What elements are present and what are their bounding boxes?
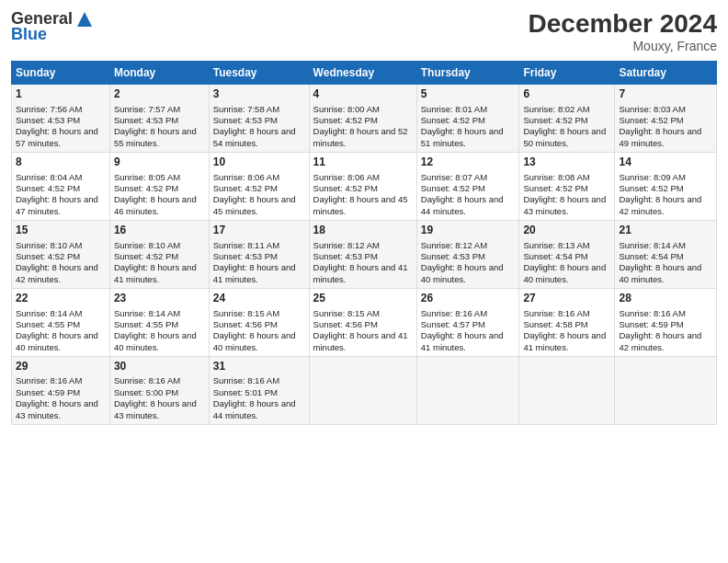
month-title: December 2024 [529, 9, 717, 39]
sunset-text: Sunset: 4:52 PM [619, 183, 712, 194]
calendar-cell: 29Sunrise: 8:16 AMSunset: 4:59 PMDayligh… [12, 356, 110, 424]
daylight-text: Daylight: 8 hours and 41 minutes. [313, 330, 413, 353]
calendar-cell: 23Sunrise: 8:14 AMSunset: 4:55 PMDayligh… [109, 288, 209, 356]
sunset-text: Sunset: 4:53 PM [421, 251, 516, 262]
calendar-cell: 6Sunrise: 8:02 AMSunset: 4:52 PMDaylight… [519, 85, 615, 153]
day-number: 13 [523, 155, 610, 170]
day-number: 15 [16, 224, 106, 238]
sunset-text: Sunset: 4:52 PM [114, 251, 205, 262]
daylight-text: Daylight: 8 hours and 44 minutes. [213, 398, 305, 421]
day-number: 18 [313, 224, 413, 238]
calendar-week-3: 15Sunrise: 8:10 AMSunset: 4:52 PMDayligh… [12, 220, 717, 288]
daylight-text: Daylight: 8 hours and 41 minutes. [313, 262, 413, 285]
daylight-text: Daylight: 8 hours and 40 minutes. [114, 330, 205, 353]
calendar-cell: 22Sunrise: 8:14 AMSunset: 4:55 PMDayligh… [12, 288, 110, 356]
daylight-text: Daylight: 8 hours and 44 minutes. [421, 194, 516, 217]
daylight-text: Daylight: 8 hours and 45 minutes. [313, 194, 413, 217]
calendar-cell: 15Sunrise: 8:10 AMSunset: 4:52 PMDayligh… [12, 220, 110, 288]
sunrise-text: Sunrise: 8:07 AM [421, 172, 516, 183]
day-number: 10 [213, 155, 305, 170]
day-number: 7 [619, 87, 712, 102]
sunset-text: Sunset: 5:01 PM [213, 387, 305, 398]
calendar-cell: 10Sunrise: 8:06 AMSunset: 4:52 PMDayligh… [209, 152, 309, 220]
daylight-text: Daylight: 8 hours and 40 minutes. [213, 330, 305, 353]
logo-icon [75, 10, 94, 29]
sunrise-text: Sunrise: 8:14 AM [16, 308, 106, 319]
calendar-cell: 1Sunrise: 7:56 AMSunset: 4:53 PMDaylight… [12, 85, 110, 153]
sunset-text: Sunset: 4:52 PM [313, 183, 413, 194]
day-number: 29 [16, 360, 106, 374]
sunset-text: Sunset: 4:52 PM [114, 183, 205, 194]
calendar-week-1: 1Sunrise: 7:56 AMSunset: 4:53 PMDaylight… [12, 85, 717, 153]
calendar-week-4: 22Sunrise: 8:14 AMSunset: 4:55 PMDayligh… [12, 288, 717, 356]
day-number: 16 [114, 224, 205, 238]
daylight-text: Daylight: 8 hours and 40 minutes. [16, 330, 106, 353]
day-number: 2 [114, 87, 205, 102]
calendar-week-5: 29Sunrise: 8:16 AMSunset: 4:59 PMDayligh… [12, 356, 717, 424]
calendar-cell: 12Sunrise: 8:07 AMSunset: 4:52 PMDayligh… [416, 152, 519, 220]
calendar-cell: 16Sunrise: 8:10 AMSunset: 4:52 PMDayligh… [109, 220, 209, 288]
sunrise-text: Sunrise: 8:05 AM [114, 172, 205, 183]
sunset-text: Sunset: 4:53 PM [16, 115, 106, 126]
daylight-text: Daylight: 8 hours and 40 minutes. [421, 262, 516, 285]
daylight-text: Daylight: 8 hours and 43 minutes. [523, 194, 610, 217]
sunset-text: Sunset: 4:52 PM [313, 115, 413, 126]
daylight-text: Daylight: 8 hours and 43 minutes. [16, 398, 106, 421]
sunset-text: Sunset: 4:59 PM [16, 387, 106, 398]
sunset-text: Sunset: 4:57 PM [421, 319, 516, 330]
daylight-text: Daylight: 8 hours and 41 minutes. [213, 262, 305, 285]
daylight-text: Daylight: 8 hours and 55 minutes. [114, 126, 205, 149]
day-number: 1 [16, 87, 106, 102]
calendar-cell: 18Sunrise: 8:12 AMSunset: 4:53 PMDayligh… [309, 220, 416, 288]
sunrise-text: Sunrise: 8:14 AM [114, 308, 205, 319]
sunset-text: Sunset: 4:54 PM [523, 251, 610, 262]
sunrise-text: Sunrise: 8:01 AM [421, 104, 516, 115]
day-number: 22 [16, 292, 106, 306]
daylight-text: Daylight: 8 hours and 50 minutes. [523, 126, 610, 149]
daylight-text: Daylight: 8 hours and 40 minutes. [523, 262, 610, 285]
calendar-cell: 25Sunrise: 8:15 AMSunset: 4:56 PMDayligh… [309, 288, 416, 356]
location: Mouxy, France [529, 39, 717, 53]
sunrise-text: Sunrise: 8:11 AM [213, 240, 305, 251]
day-number: 9 [114, 155, 205, 170]
sunset-text: Sunset: 4:52 PM [16, 183, 106, 194]
calendar-cell: 26Sunrise: 8:16 AMSunset: 4:57 PMDayligh… [416, 288, 519, 356]
day-number: 3 [213, 87, 305, 102]
col-monday: Monday [109, 62, 209, 85]
sunset-text: Sunset: 4:52 PM [523, 115, 610, 126]
sunrise-text: Sunrise: 8:12 AM [421, 240, 516, 251]
calendar-cell: 19Sunrise: 8:12 AMSunset: 4:53 PMDayligh… [416, 220, 519, 288]
day-number: 20 [523, 224, 610, 238]
sunrise-text: Sunrise: 7:58 AM [213, 104, 305, 115]
sunset-text: Sunset: 5:00 PM [114, 387, 205, 398]
daylight-text: Daylight: 8 hours and 45 minutes. [213, 194, 305, 217]
sunrise-text: Sunrise: 8:09 AM [619, 172, 712, 183]
daylight-text: Daylight: 8 hours and 42 minutes. [16, 262, 106, 285]
svg-marker-0 [77, 12, 92, 27]
calendar-cell: 27Sunrise: 8:16 AMSunset: 4:58 PMDayligh… [519, 288, 615, 356]
calendar-cell: 3Sunrise: 7:58 AMSunset: 4:53 PMDaylight… [209, 85, 309, 153]
day-number: 17 [213, 224, 305, 238]
sunrise-text: Sunrise: 8:16 AM [16, 375, 106, 386]
col-thursday: Thursday [416, 62, 519, 85]
calendar-cell [519, 356, 615, 424]
sunrise-text: Sunrise: 8:16 AM [619, 308, 712, 319]
col-saturday: Saturday [615, 62, 717, 85]
sunrise-text: Sunrise: 8:12 AM [313, 240, 413, 251]
sunset-text: Sunset: 4:52 PM [523, 183, 610, 194]
header: General Blue December 2024 Mouxy, France [11, 9, 717, 53]
day-number: 25 [313, 292, 413, 306]
sunset-text: Sunset: 4:59 PM [619, 319, 712, 330]
daylight-text: Daylight: 8 hours and 52 minutes. [313, 126, 413, 149]
sunset-text: Sunset: 4:55 PM [114, 319, 205, 330]
daylight-text: Daylight: 8 hours and 46 minutes. [114, 194, 205, 217]
col-sunday: Sunday [12, 62, 110, 85]
sunrise-text: Sunrise: 8:16 AM [114, 375, 205, 386]
day-number: 30 [114, 360, 205, 374]
col-friday: Friday [519, 62, 615, 85]
sunrise-text: Sunrise: 8:16 AM [213, 375, 305, 386]
calendar-cell: 17Sunrise: 8:11 AMSunset: 4:53 PMDayligh… [209, 220, 309, 288]
calendar-cell: 24Sunrise: 8:15 AMSunset: 4:56 PMDayligh… [209, 288, 309, 356]
calendar-cell: 2Sunrise: 7:57 AMSunset: 4:53 PMDaylight… [109, 85, 209, 153]
daylight-text: Daylight: 8 hours and 41 minutes. [114, 262, 205, 285]
